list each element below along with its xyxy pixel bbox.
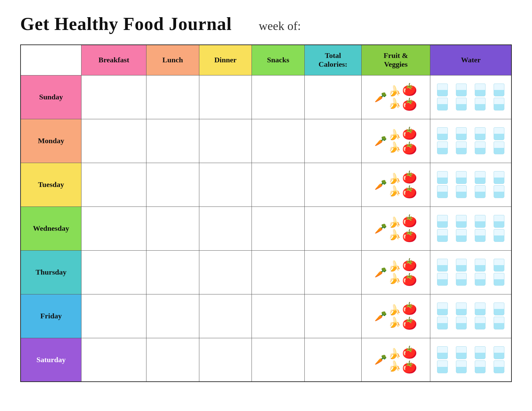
water-glass [475, 229, 486, 242]
water-glass [456, 127, 467, 140]
water-glass [437, 273, 448, 286]
snacks-cell[interactable] [252, 119, 305, 163]
th-fv: Fruit &Veggies [361, 45, 430, 75]
water-glass [494, 215, 504, 228]
dinner-cell[interactable] [199, 207, 252, 250]
lunch-cell[interactable] [146, 338, 199, 382]
water-glass [494, 259, 504, 272]
dinner-cell[interactable] [199, 119, 252, 163]
fv-cell: 🥕 🍌 🍌 🍅 🍅 [361, 163, 430, 207]
snacks-cell[interactable] [252, 294, 305, 338]
lunch-cell[interactable] [146, 294, 199, 338]
th-breakfast: Breakfast [81, 45, 146, 75]
water-glass [437, 229, 448, 242]
water-glass [456, 229, 467, 242]
calories-cell[interactable] [304, 338, 361, 382]
water-grid [432, 170, 509, 199]
water-cell [430, 163, 511, 207]
water-glass [494, 84, 504, 96]
water-glass [456, 317, 467, 329]
water-glass [437, 303, 448, 315]
breakfast-cell[interactable] [81, 207, 146, 250]
lunch-cell[interactable] [146, 207, 199, 250]
water-glass [475, 215, 486, 228]
snacks-cell[interactable] [252, 75, 305, 119]
tomato-icon: 🍅 [402, 345, 417, 359]
day-cell: Wednesday [21, 207, 81, 250]
water-cell [430, 294, 511, 338]
breakfast-cell[interactable] [81, 163, 146, 207]
dinner-cell[interactable] [199, 294, 252, 338]
banana-icon2: 🍌 [388, 141, 401, 153]
snacks-cell[interactable] [252, 250, 305, 294]
calories-cell[interactable] [304, 207, 361, 250]
table-row: Friday 🥕 🍌 🍌 🍅 🍅 [21, 294, 511, 338]
tomato-group: 🍅 🍅 [402, 83, 417, 112]
dinner-cell[interactable] [199, 250, 252, 294]
water-cell [430, 250, 511, 294]
tomato-group: 🍅 🍅 [402, 170, 417, 199]
water-glass [475, 346, 486, 359]
banana-icon: 🍌 [388, 85, 401, 97]
water-glass [456, 84, 467, 96]
carrot-icon: 🥕 [374, 266, 387, 278]
breakfast-cell[interactable] [81, 75, 146, 119]
tomato-icon2: 🍅 [402, 97, 417, 112]
tomato-group: 🍅 🍅 [402, 302, 417, 330]
water-cell [430, 207, 511, 250]
tomato-icon2: 🍅 [402, 360, 417, 374]
banana-group: 🍌 🍌 [388, 85, 401, 109]
table-row: Saturday 🥕 🍌 🍌 🍅 🍅 [21, 338, 511, 382]
calories-cell[interactable] [304, 119, 361, 163]
snacks-cell[interactable] [252, 207, 305, 250]
carrot-icon: 🥕 [374, 310, 387, 322]
lunch-cell[interactable] [146, 119, 199, 163]
page-title: Get Healthy Food Journal [20, 13, 232, 34]
banana-icon: 🍌 [388, 129, 401, 140]
tomato-icon2: 🍅 [402, 229, 417, 243]
banana-icon2: 🍌 [388, 273, 401, 284]
day-cell: Monday [21, 119, 81, 163]
carrot-icon: 🥕 [374, 135, 387, 147]
calories-cell[interactable] [304, 250, 361, 294]
breakfast-cell[interactable] [81, 119, 146, 163]
dinner-cell[interactable] [199, 163, 252, 207]
dinner-cell[interactable] [199, 338, 252, 382]
water-glass [475, 127, 486, 140]
water-glass [475, 360, 486, 373]
water-glass [494, 360, 504, 373]
calories-cell[interactable] [304, 75, 361, 119]
water-glass [456, 273, 467, 286]
lunch-cell[interactable] [146, 163, 199, 207]
lunch-cell[interactable] [146, 75, 199, 119]
carrot-group: 🥕 [374, 179, 387, 191]
water-glass [494, 346, 504, 359]
dinner-cell[interactable] [199, 75, 252, 119]
calories-cell[interactable] [304, 163, 361, 207]
lunch-cell[interactable] [146, 250, 199, 294]
snacks-cell[interactable] [252, 338, 305, 382]
water-cell [430, 119, 511, 163]
tomato-icon: 🍅 [402, 170, 417, 184]
carrot-icon: 🥕 [374, 354, 387, 366]
breakfast-cell[interactable] [81, 294, 146, 338]
banana-group: 🍌 🍌 [388, 216, 401, 241]
fv-cell: 🥕 🍌 🍌 🍅 🍅 [361, 294, 430, 338]
water-glass [494, 98, 504, 110]
water-glass [437, 185, 448, 198]
banana-icon: 🍌 [388, 172, 401, 184]
breakfast-cell[interactable] [81, 338, 146, 382]
calories-cell[interactable] [304, 294, 361, 338]
tomato-group: 🍅 🍅 [402, 258, 417, 287]
water-glass [494, 317, 504, 329]
water-glass [456, 346, 467, 359]
carrot-group: 🥕 [374, 266, 387, 278]
banana-icon: 🍌 [388, 216, 401, 228]
breakfast-cell[interactable] [81, 250, 146, 294]
banana-group: 🍌 🍌 [388, 172, 401, 197]
water-cell [430, 338, 511, 382]
water-grid [432, 82, 509, 112]
tomato-icon2: 🍅 [402, 316, 417, 330]
water-glass [494, 303, 504, 315]
snacks-cell[interactable] [252, 163, 305, 207]
